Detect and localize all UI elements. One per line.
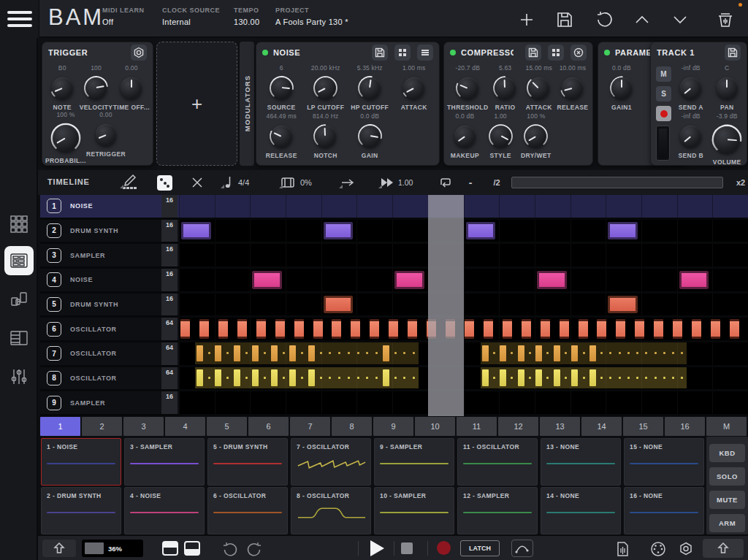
automation-button[interactable]: [511, 540, 533, 557]
clear-button[interactable]: [190, 174, 205, 191]
rate-button[interactable]: 1.00: [378, 174, 421, 191]
double-label[interactable]: x2: [733, 174, 748, 191]
grid-row-1[interactable]: [179, 195, 748, 218]
step-bar[interactable]: [237, 319, 247, 339]
topbar-field-tempo[interactable]: TEMPO130.00: [234, 7, 259, 26]
topbar-field-midi-learn[interactable]: MIDI LEARNOff: [102, 7, 145, 26]
scene-tab-11[interactable]: 11: [457, 417, 497, 436]
note-clip[interactable]: [481, 367, 687, 389]
play-button[interactable]: [370, 540, 384, 556]
track-row-7[interactable]: 7OSCILLATOR64: [40, 342, 179, 365]
active-dot[interactable]: [450, 50, 456, 55]
record-button[interactable]: [437, 541, 451, 555]
knob-dial[interactable]: [312, 74, 339, 101]
step-bar[interactable]: [199, 319, 209, 339]
loop-length-button[interactable]: 0%: [279, 174, 326, 191]
add-button[interactable]: [516, 9, 538, 31]
pattern-block[interactable]: [608, 296, 638, 314]
track-row-1[interactable]: 1NOISE16: [40, 195, 179, 218]
step-bar[interactable]: [522, 319, 531, 339]
pattern-block[interactable]: [252, 271, 282, 289]
knob-dial[interactable]: [356, 123, 383, 150]
close-icon[interactable]: [570, 45, 587, 61]
track-row-3[interactable]: 3SAMPLER16: [40, 244, 179, 266]
follow-playhead-button[interactable]: [339, 174, 364, 191]
step-bar[interactable]: [275, 319, 285, 339]
step-bar[interactable]: [370, 319, 379, 339]
knob-dial[interactable]: [400, 74, 427, 101]
collapse-bottom-button[interactable]: [42, 540, 76, 557]
knob-dial[interactable]: [454, 74, 481, 101]
knob-dial[interactable]: [268, 74, 295, 101]
redo-button[interactable]: [246, 540, 264, 558]
draw-tool-button[interactable]: [120, 174, 145, 191]
knob-dial[interactable]: [83, 74, 110, 101]
step-bar[interactable]: [351, 319, 360, 339]
pattern-block[interactable]: [537, 271, 567, 289]
stop-button[interactable]: [401, 542, 413, 554]
knob-dial[interactable]: [714, 74, 741, 101]
scene-tab-4[interactable]: 4: [165, 417, 205, 436]
add-modulator-slot[interactable]: +: [156, 42, 237, 166]
pattern-cell-5[interactable]: 5 - DRUM SYNTH: [207, 438, 288, 486]
scene-tab-M[interactable]: M: [706, 417, 747, 436]
menu-icon[interactable]: [417, 45, 433, 61]
undo-button[interactable]: [221, 540, 238, 558]
grid-row-2[interactable]: [179, 220, 748, 242]
save-icon[interactable]: [725, 45, 741, 61]
knob-dial[interactable]: [49, 74, 76, 101]
sidebar-item-tracks-list[interactable]: [4, 323, 34, 353]
grid-view-icon[interactable]: [394, 45, 411, 61]
collapse-panel-button[interactable]: [703, 539, 744, 558]
pattern-block[interactable]: [466, 222, 496, 240]
side-button-arm[interactable]: ARM: [709, 514, 745, 532]
pattern-cell-8[interactable]: 8 - OSCILLATOR: [291, 487, 371, 534]
step-bar[interactable]: [180, 319, 190, 339]
knob-dial[interactable]: [522, 123, 549, 150]
pattern-cell-9[interactable]: 9 - SAMPLER: [374, 438, 454, 486]
audio-export-icon[interactable]: [615, 541, 630, 557]
halve-button[interactable]: -: [465, 174, 476, 191]
knob-dial[interactable]: [92, 121, 119, 148]
split-top-view-button[interactable]: [162, 541, 178, 556]
settings-hexagon-icon[interactable]: [678, 541, 694, 557]
pattern-block[interactable]: [324, 222, 354, 240]
dice-randomize-button[interactable]: [157, 174, 172, 191]
pattern-cell-12[interactable]: 12 - SAMPLER: [457, 487, 538, 534]
save-icon[interactable]: [372, 45, 388, 61]
knob-dial[interactable]: [492, 74, 519, 101]
save-button[interactable]: [554, 9, 576, 31]
topbar-field-clock-source[interactable]: CLOCK SOURCEInternal: [162, 7, 220, 26]
knob-dial[interactable]: [710, 123, 744, 156]
midi-icon[interactable]: [650, 541, 666, 557]
side-button-kbd[interactable]: KBD: [709, 444, 745, 462]
note-clip[interactable]: [481, 342, 687, 364]
knob-dial[interactable]: [559, 74, 586, 101]
scene-tab-13[interactable]: 13: [540, 417, 580, 436]
grid-row-3[interactable]: [179, 244, 748, 266]
knob-dial[interactable]: [677, 74, 704, 101]
latch-button[interactable]: LATCH: [460, 540, 500, 556]
scene-tab-14[interactable]: 14: [581, 417, 622, 436]
pattern-block[interactable]: [608, 222, 638, 240]
pattern-cell-15[interactable]: 15 - NONE: [624, 438, 704, 486]
scene-tab-10[interactable]: 10: [415, 417, 455, 436]
grid-row-4[interactable]: [179, 269, 748, 291]
step-bar[interactable]: [294, 319, 304, 339]
knob-dial[interactable]: [677, 123, 704, 150]
save-icon[interactable]: [525, 45, 541, 61]
settings-hexagon-icon[interactable]: [131, 45, 147, 61]
pattern-cell-1[interactable]: 1 - NOISE: [41, 438, 121, 486]
step-bar[interactable]: [408, 319, 417, 339]
pattern-cell-2[interactable]: 2 - DRUM SYNTH: [41, 487, 121, 534]
pattern-cell-10[interactable]: 10 - SAMPLER: [374, 487, 454, 534]
pattern-cell-7[interactable]: 7 - OSCILLATOR: [291, 438, 371, 486]
active-dot[interactable]: [604, 50, 610, 55]
side-button-solo[interactable]: SOLO: [709, 467, 745, 486]
step-bar[interactable]: [503, 319, 512, 339]
step-bar[interactable]: [218, 319, 228, 339]
timeline-zoom-slider[interactable]: [511, 177, 723, 188]
repeat-button[interactable]: [437, 174, 454, 191]
pattern-cell-6[interactable]: 6 - OSCILLATOR: [207, 487, 288, 534]
grid-row-6[interactable]: [179, 318, 748, 340]
